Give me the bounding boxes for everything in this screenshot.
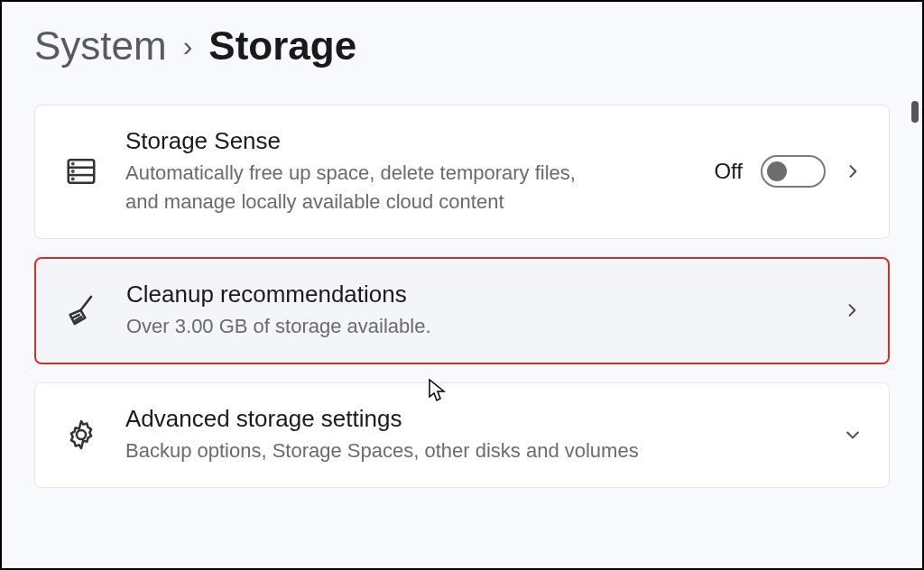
gear-icon (62, 416, 100, 454)
cleanup-title: Cleanup recommendations (126, 280, 818, 308)
svg-point-4 (72, 171, 73, 172)
cleanup-desc: Over 3.00 GB of storage available. (126, 312, 818, 341)
toggle-state-label: Off (714, 159, 743, 184)
breadcrumb-parent[interactable]: System (34, 23, 167, 69)
chevron-down-icon[interactable] (844, 426, 862, 444)
storage-sense-desc: Automatically free up space, delete temp… (125, 159, 595, 216)
toggle-knob (767, 161, 787, 181)
card-body: Cleanup recommendations Over 3.00 GB of … (126, 280, 818, 341)
chevron-right-icon[interactable] (844, 162, 862, 180)
breadcrumb: System › Storage (2, 2, 922, 105)
storage-sense-title: Storage Sense (125, 127, 688, 155)
advanced-storage-card[interactable]: Advanced storage settings Backup options… (34, 382, 890, 488)
chevron-right-icon[interactable] (843, 301, 861, 319)
card-controls (844, 426, 862, 444)
card-body: Storage Sense Automatically free up spac… (125, 127, 688, 216)
advanced-desc: Backup options, Storage Spaces, other di… (125, 437, 818, 465)
broom-icon (63, 291, 101, 329)
svg-point-3 (72, 163, 73, 164)
storage-sense-toggle[interactable] (761, 155, 826, 188)
card-controls: Off (714, 155, 862, 188)
settings-card-list: Storage Sense Automatically free up spac… (2, 105, 922, 488)
storage-drive-icon (62, 152, 100, 190)
svg-point-5 (72, 179, 73, 179)
svg-line-6 (80, 297, 91, 310)
svg-point-9 (77, 430, 86, 439)
card-body: Advanced storage settings Backup options… (125, 405, 818, 465)
breadcrumb-current: Storage (208, 23, 356, 69)
svg-line-7 (73, 315, 79, 317)
card-controls (843, 301, 861, 319)
storage-sense-card[interactable]: Storage Sense Automatically free up spac… (34, 105, 890, 239)
chevron-right-icon: › (183, 30, 193, 63)
cleanup-recommendations-card[interactable]: Cleanup recommendations Over 3.00 GB of … (34, 257, 890, 364)
advanced-title: Advanced storage settings (125, 405, 818, 433)
scrollbar-thumb[interactable] (911, 101, 919, 123)
